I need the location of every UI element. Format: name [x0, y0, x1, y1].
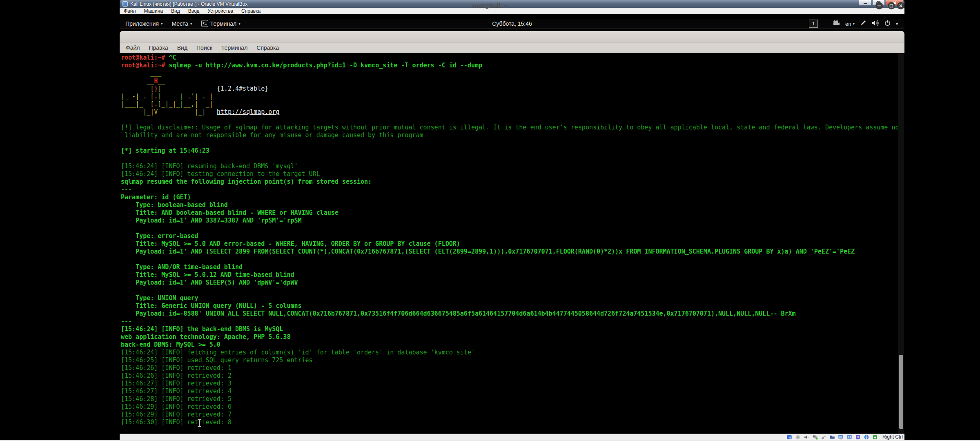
terminal-window-title: root@kali: ~	[0, 2, 980, 9]
terminal-line: Type: UNION query	[121, 294, 904, 302]
terminal-line: |___|_ [.]_|_|_|__,| _|	[121, 100, 904, 108]
minimize-icon	[877, 4, 881, 8]
clock[interactable]: Суббота, 15:46	[492, 20, 532, 27]
mouse-integration-icon[interactable]	[864, 434, 870, 440]
text-cursor	[197, 419, 201, 427]
terminal-line: |_ -| . [.] | .'| . |	[121, 93, 904, 100]
terminal-line: Payload: id=1' AND SLEEP(5) AND 'dpWV'='…	[121, 279, 904, 287]
host-keyboard-icon[interactable]	[872, 434, 878, 440]
hdd-icon[interactable]	[786, 434, 793, 440]
terminal-line: Title: Generic UNION query (NULL) - 5 co…	[121, 302, 904, 310]
shared-folders-icon[interactable]	[829, 434, 835, 440]
host-key-label: Right Ctrl	[882, 434, 903, 440]
terminal-minimize-button[interactable]	[875, 2, 883, 9]
terminal-menu-Справка[interactable]: Справка	[252, 45, 283, 51]
terminal-line: [15:46:26] [INFO] retrieved: 1	[121, 364, 904, 372]
terminal-menu-Файл[interactable]: Файл	[121, 45, 144, 51]
terminal-line: back-end DBMS: MySQL >= 5.0	[121, 341, 904, 349]
chevron-down-icon[interactable]: ▾	[896, 22, 898, 26]
terminal-line: [15:46:24] [INFO] testing connection to …	[121, 170, 904, 178]
terminal-menubar: ФайлПравкаВидПоискТерминалСправка	[120, 42, 904, 53]
terminal-menu-Поиск[interactable]: Поиск	[192, 45, 217, 51]
terminal-line: Title: MySQL >= 5.0.12 AND time-based bl…	[121, 271, 904, 279]
close-icon	[899, 4, 903, 8]
terminal-titlebar[interactable]	[120, 31, 904, 42]
terminal-line: __H__	[121, 77, 904, 85]
terminal-line: ---	[121, 186, 904, 194]
terminal-app-menu[interactable]: >_ Терминал▾	[201, 20, 241, 27]
terminal-menu-Терминал[interactable]: Терминал	[217, 45, 252, 51]
svg-text:U: U	[857, 435, 859, 439]
applications-menu[interactable]: Приложения▾	[125, 20, 163, 27]
terminal-line: sqlmap resumed the following injection p…	[121, 178, 904, 186]
terminal-line: liability and are not responsible for an…	[121, 131, 904, 139]
terminal-line: [15:46:25] [INFO] used SQL query returns…	[121, 356, 904, 364]
terminal-line	[121, 256, 904, 263]
terminal-line: Payload: id=-8588' UNION ALL SELECT NULL…	[121, 310, 904, 318]
audio-icon[interactable]	[804, 434, 810, 440]
terminal-line: Payload: id=1' AND 3387=3387 AND 'rpSM'=…	[121, 217, 904, 225]
terminal-line: [!] legal disclaimer: Usage of sqlmap fo…	[121, 124, 904, 131]
terminal-line: web application technology: Apache, PHP …	[121, 333, 904, 341]
kali-top-panel: Приложения▾ Места▾ >_ Терминал▾ Суббота,…	[120, 19, 904, 29]
terminal-line: |_|V |_| http://sqlmap.org	[121, 108, 904, 116]
terminal-line: Parameter: id (GET)	[121, 194, 904, 201]
vbox-statusbar: U Right Ctrl	[120, 434, 904, 440]
terminal-menu-Вид[interactable]: Вид	[173, 45, 192, 51]
terminal-line: root@kali:~# sqlmap -u http://www.kvm.co…	[121, 62, 904, 69]
terminal-line: [15:46:27] [INFO] retrieved: 4	[121, 388, 904, 395]
terminal-line: [15:46:24] [INFO] resuming back-end DBMS…	[121, 163, 904, 170]
scrollbar-thumb[interactable]	[899, 355, 903, 429]
chevron-down-icon: ▾	[238, 22, 241, 26]
terminal-line: Type: boolean-based blind	[121, 201, 904, 209]
terminal-line: Title: AND boolean-based blind - WHERE o…	[121, 209, 904, 217]
terminal-close-button[interactable]	[897, 2, 904, 9]
terminal-line: ___	[121, 69, 904, 77]
usb-icon[interactable]	[821, 434, 827, 440]
terminal-menu-Правка[interactable]: Правка	[144, 45, 172, 51]
terminal-line	[121, 225, 904, 232]
display-icon[interactable]	[838, 434, 844, 440]
terminal-line: [15:46:29] [INFO] retrieved: 7	[121, 411, 904, 419]
terminal-maximize-button[interactable]	[888, 2, 895, 9]
workspace-indicator[interactable]: 1	[809, 20, 818, 28]
screen: Kali Linux (чистая) [Работает] - Oracle …	[0, 0, 980, 441]
terminal-line: ---	[121, 318, 904, 325]
keyboard-layout-indicator[interactable]: en▾	[845, 21, 855, 27]
power-icon[interactable]	[884, 20, 891, 28]
terminal-line: Type: error-based	[121, 232, 904, 240]
volume-icon[interactable]	[872, 20, 879, 28]
terminal-line	[121, 155, 904, 163]
terminal-output[interactable]: root@kali:~# ^Croot@kali:~# sqlmap -u ht…	[120, 53, 904, 434]
terminal-line	[121, 287, 904, 294]
pencil-icon[interactable]	[860, 20, 866, 28]
features-icon[interactable]: U	[855, 434, 861, 440]
terminal-line: [15:46:24] [INFO] the back-end DBMS is M…	[121, 325, 904, 333]
network-icon[interactable]	[812, 434, 818, 440]
terminal-line: [15:46:30] [INFO] retrieved: 8	[121, 419, 904, 426]
terminal-line: [15:46:28] [INFO] retrieved: 5	[121, 395, 904, 403]
terminal-line: [15:46:24] [INFO] fetching entries of co…	[121, 349, 904, 356]
chevron-down-icon: ▾	[853, 22, 855, 26]
places-menu[interactable]: Места▾	[172, 20, 192, 27]
terminal-line: Type: AND/OR time-based blind	[121, 263, 904, 271]
terminal-icon: >_	[201, 20, 208, 27]
terminal-line: root@kali:~# ^C	[121, 54, 904, 62]
terminal-line: [15:46:27] [INFO] retrieved: 3	[121, 380, 904, 388]
terminal-line	[121, 116, 904, 124]
chevron-down-icon: ▾	[161, 22, 163, 26]
terminal-line: Payload: id=1' AND (SELECT 2899 FROM(SEL…	[121, 248, 904, 256]
terminal-line: Title: MySQL >= 5.0 AND error-based - WH…	[121, 240, 904, 248]
screen-recorder-icon[interactable]	[833, 20, 840, 27]
maximize-icon	[889, 4, 893, 8]
terminal-line	[121, 139, 904, 147]
chevron-down-icon: ▾	[190, 22, 192, 26]
terminal-line: [*] starting at 15:46:23	[121, 147, 904, 155]
optical-disc-icon[interactable]	[795, 434, 801, 440]
recording-icon[interactable]	[846, 434, 853, 440]
terminal-line: ___ ___[)]_____ ___ ___ {1.2.4#stable}	[121, 85, 904, 93]
terminal-scrollbar[interactable]	[898, 53, 904, 434]
terminal-line: [15:46:29] [INFO] retrieved: 6	[121, 403, 904, 411]
terminal-line: [15:46:26] [INFO] retrieved: 2	[121, 372, 904, 380]
